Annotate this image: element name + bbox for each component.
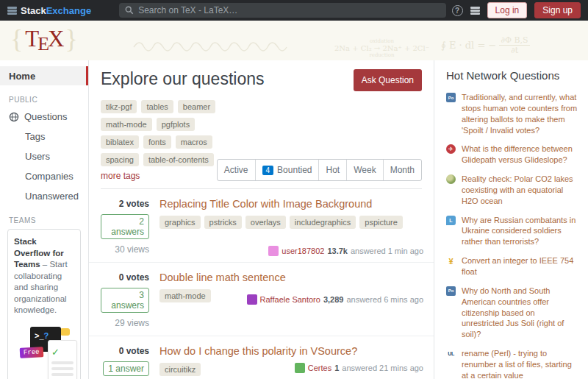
topbar-actions: ? Log in Sign up [452,2,581,18]
sidebar-nav-label: Unanswered [25,191,79,202]
sidebar-item-users[interactable]: Users [0,146,88,166]
user-reputation: 13.7k [327,247,348,255]
search-input[interactable] [138,5,440,15]
sidebar-nav-label: Users [25,151,50,162]
tag-pill[interactable]: pspicture [359,216,403,229]
politics-icon: Po [446,286,456,296]
question-stats: 0 votes 3 answers 29 views [101,271,159,328]
decor-script [132,37,316,54]
hot-question-item[interactable]: Reality check: Polar CO2 lakes coexistin… [446,174,579,207]
hot-question-item[interactable]: L Why are Russian combatants in Ukraine … [446,215,579,248]
more-tags-link[interactable]: more tags [101,171,140,181]
search-icon [125,6,134,15]
hot-question-item[interactable]: Po Traditionally, and currently, what st… [446,92,579,135]
hot-question-link[interactable]: Why are Russian combatants in Ukraine co… [462,215,579,248]
logo-exchange: Exchange [46,5,91,16]
signup-button[interactable]: Sign up [534,2,581,18]
hot-question-link[interactable]: What is the difference between Glidepath… [462,144,579,166]
user-reputation: 3,289 [323,295,344,304]
filter-tab-month[interactable]: Month [383,160,421,180]
question-title-link[interactable]: Double line math sentence [159,272,422,283]
answer-count: 1 answer [103,361,149,376]
sidebar-item-unanswered[interactable]: Unanswered [0,186,88,206]
politics-icon: Po [446,93,456,102]
user-link[interactable]: Raffaele Santoro [260,295,320,304]
hot-question-item[interactable]: Po Why do North and South American count… [446,286,579,340]
vote-count: 0 votes [101,272,149,283]
tag-pill[interactable]: tables [141,100,173,113]
hot-question-link[interactable]: rename (Perl) - trying to renumber a lis… [462,348,579,379]
hot-network-sidebar: Hot Network Questions Po Traditionally, … [434,60,588,379]
hot-question-link[interactable]: Convert an integer to IEEE 754 float [462,255,579,277]
question-row: 0 votes 3 answers 29 views Double line m… [89,263,434,336]
hot-question-item[interactable]: UL rename (Perl) - trying to renumber a … [446,348,579,379]
filter-tab-bountied[interactable]: 4 Bountied [255,160,319,180]
tag-pill[interactable]: spacing [101,153,139,166]
user-reputation: 1 [334,364,339,372]
public-section-label: PUBLIC [9,96,88,104]
hot-question-link[interactable]: Traditionally, and currently, what stops… [462,92,579,135]
login-button[interactable]: Log in [487,2,528,18]
sidebar-nav-label: Tags [25,131,45,142]
search-bar[interactable] [119,3,445,18]
tag-pill[interactable]: math-mode [101,118,152,131]
tag-pill[interactable]: overlays [245,216,286,229]
filter-tabs: Active 4 Bountied Hot Week Month [217,159,422,181]
tag-pill[interactable]: pgfplots [157,118,196,131]
vote-count: 0 votes [101,346,149,356]
stackexchange-logo[interactable]: StackExchange [7,4,91,17]
question-title-link[interactable]: How do I change this polarity in VSource… [159,345,422,357]
tag-pill[interactable]: biblatex [101,135,139,149]
activity-time: answered 21 mins ago [342,364,423,372]
sidebar-item-home[interactable]: Home [0,66,88,85]
logo-brace-right: } [65,24,78,54]
filter-tab-label: Week [354,165,376,175]
tag-pill[interactable]: math-mode [159,289,211,302]
filter-bar: tikz-pgftablesbeamermath-modepgfplotsbib… [101,100,422,189]
tag-pill[interactable]: macros [176,135,212,149]
filter-tab-label: Month [390,165,415,175]
tag-pill[interactable]: pstricks [204,216,242,229]
codegolf-icon: ¥ [446,256,456,266]
tex-wordmark: TEX [23,26,65,52]
user-avatar[interactable] [295,363,305,373]
teams-illustration: >_? ✓ Free [14,322,74,379]
speech-bubble-icon [60,328,70,336]
tag-pill[interactable]: graphics [159,216,201,229]
sidebar-nav-label: Companies [25,171,74,182]
user-link[interactable]: Certes [308,364,331,372]
hot-question-link[interactable]: Reality check: Polar CO2 lakes coexistin… [462,174,579,207]
help-icon[interactable]: ? [452,5,463,16]
tag-pill[interactable]: circuitikz [159,363,201,376]
hot-question-item[interactable]: ✈ What is the difference between Glidepa… [446,144,579,166]
filter-tab-active[interactable]: Active [218,160,255,180]
hot-question-link[interactable]: Why do North and South American countrie… [462,286,579,340]
hot-question-item[interactable]: ¥ Convert an integer to IEEE 754 float [446,255,579,277]
stackexchange-logo-icon [7,7,17,15]
tag-pill[interactable]: table-of-contents [143,153,214,166]
tex-site-logo[interactable]: {TEX} [10,24,78,54]
ask-question-button[interactable]: Ask Question [354,69,422,91]
sidebar-item-questions[interactable]: Questions [0,107,88,127]
sidebar-item-companies[interactable]: Companies [0,166,88,186]
tag-pill[interactable]: tikz-pgf [101,100,137,113]
user-link[interactable]: user187802 [282,247,324,255]
user-avatar[interactable] [268,246,279,256]
sidebar-nav-label: Questions [24,111,68,122]
tag-pill[interactable]: beamer [178,100,215,113]
view-count: 30 views [101,244,149,255]
filter-tab-hot[interactable]: Hot [318,160,346,180]
user-avatar[interactable] [247,294,257,305]
filter-tab-week[interactable]: Week [346,160,382,180]
activity-time: answered 6 mins ago [346,295,423,304]
law-icon: L [446,216,456,225]
question-list: 2 votes 2 answers 30 views Replacing Tit… [89,189,434,379]
free-badge: Free [20,347,43,358]
site-switcher-icon[interactable] [470,7,480,15]
question-tags: graphicspstricksoverlaysincludegraphicsp… [159,216,422,229]
tag-pill[interactable]: includegraphics [290,216,356,229]
question-title-link[interactable]: Replacing Title Color with Image Backgro… [159,198,422,210]
sidebar-item-tags[interactable]: Tags [0,127,88,146]
tag-pill[interactable]: fonts [143,135,171,149]
teams-promo-card: Stack Overflow for Teams – Start collabo… [7,229,81,379]
